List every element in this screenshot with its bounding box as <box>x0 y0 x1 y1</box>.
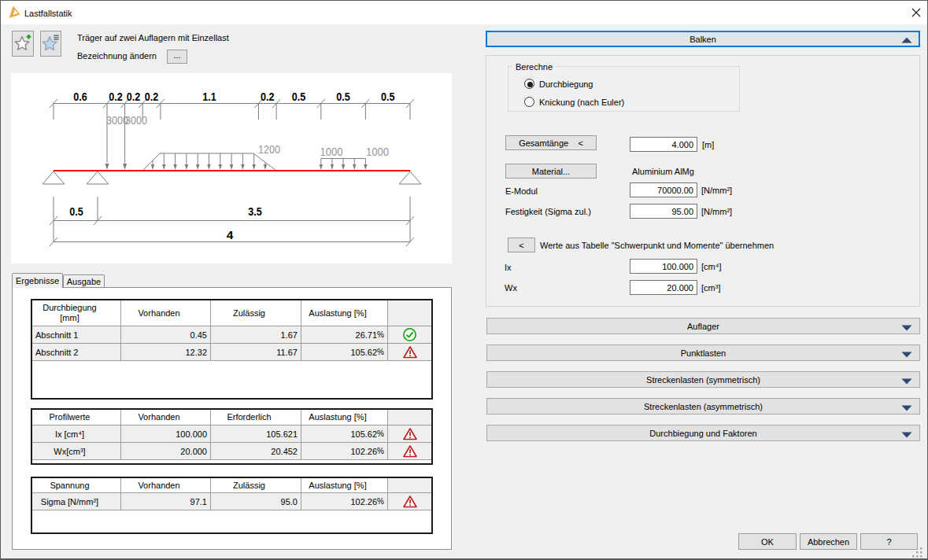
svg-text:0.5: 0.5 <box>292 90 306 103</box>
svg-text:3000: 3000 <box>125 113 147 127</box>
svg-text:0.5: 0.5 <box>381 90 395 103</box>
svg-text:0.5: 0.5 <box>69 204 83 218</box>
svg-text:1000: 1000 <box>366 145 389 158</box>
svg-text:0.6: 0.6 <box>73 90 87 103</box>
svg-text:0.2: 0.2 <box>109 90 123 103</box>
svg-text:1.1: 1.1 <box>202 90 216 103</box>
svg-text:0.2: 0.2 <box>127 90 141 103</box>
svg-text:1000: 1000 <box>320 145 343 158</box>
svg-text:4: 4 <box>227 228 234 241</box>
svg-text:3.5: 3.5 <box>248 204 262 218</box>
svg-text:0.5: 0.5 <box>336 90 350 103</box>
svg-text:0.2: 0.2 <box>145 90 159 103</box>
svg-text:0.2: 0.2 <box>261 90 275 103</box>
svg-text:1200: 1200 <box>258 142 280 156</box>
